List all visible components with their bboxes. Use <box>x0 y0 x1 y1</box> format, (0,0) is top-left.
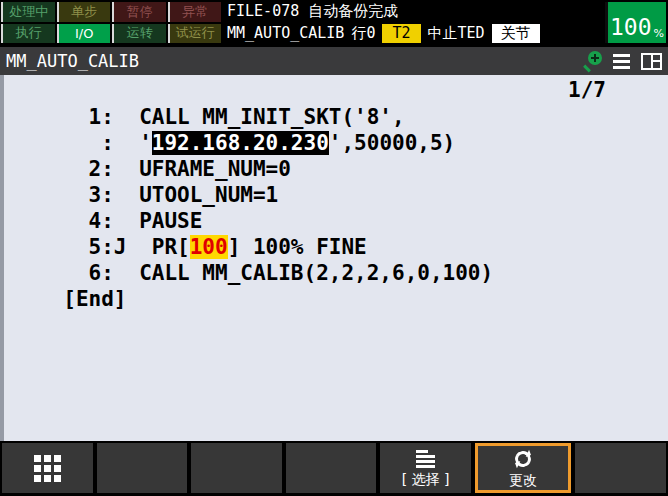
program-status-line: MM_AUTO_CALIB 行0 T2 中止TED 关节 <box>227 22 540 44</box>
softkey-change-label: 更改 <box>509 472 537 488</box>
program-editor: 1/7 1: CALL MM_INIT_SKT('8', : '192.168.… <box>0 75 668 441</box>
highlighted-register-value: 100 <box>190 235 228 259</box>
selected-text: 192.168.20.230 <box>152 131 329 155</box>
softkey-select[interactable]: [ 选择 ] <box>380 443 471 493</box>
program-line[interactable]: 2: UFRAME_NUM=0 <box>38 156 668 182</box>
code-text: ] 100% FINE <box>228 235 367 259</box>
menu-icon[interactable] <box>613 54 630 69</box>
led-run: 执行 <box>1 24 55 44</box>
percent-sign: % <box>654 28 664 39</box>
program-line[interactable]: 4: PAUSE <box>38 208 668 234</box>
led-prod: 运转 <box>112 24 166 44</box>
code-text: 1: CALL MM_INIT_SKT('8', <box>38 105 405 129</box>
status-messages: FILE-078 自动备份完成 MM_AUTO_CALIB 行0 T2 中止TE… <box>227 1 540 44</box>
program-code: 1: CALL MM_INIT_SKT('8', : '192.168.20.2… <box>38 104 668 312</box>
softkey-f6[interactable] <box>575 443 666 493</box>
code-text: 2: UFRAME_NUM=0 <box>38 157 291 181</box>
program-line[interactable]: 6: CALL MM_CALIB(2,2,2,6,0,100) <box>38 260 668 286</box>
abort-status: 中止TED <box>428 24 485 43</box>
speed-value: 100 <box>610 16 652 39</box>
led-io: I/O <box>57 24 111 44</box>
coord-system-badge: 关节 <box>492 24 540 43</box>
code-text: ',50000,5) <box>329 131 455 155</box>
sync-refresh-icon <box>513 449 533 469</box>
system-message: FILE-078 自动备份完成 <box>227 1 540 22</box>
code-text: 4: PAUSE <box>38 209 202 233</box>
softkey-menu[interactable] <box>2 443 93 493</box>
program-line[interactable]: 1: CALL MM_INIT_SKT('8', <box>38 104 668 130</box>
program-line[interactable]: 5:J PR[100] 100% FINE <box>38 234 668 260</box>
code-text: [End] <box>38 287 127 311</box>
menu-grid-icon <box>34 455 61 482</box>
softkey-f3[interactable] <box>286 443 377 493</box>
program-line-number: 行0 <box>351 24 375 43</box>
title-bar-icons <box>582 51 662 71</box>
status-bar: 处理中 单步 暂停 异常 执行 I/O 运转 试运行 FILE-078 自动备份… <box>0 0 668 45</box>
led-processing: 处理中 <box>1 2 55 22</box>
softkey-change[interactable]: 更改 <box>475 443 572 493</box>
code-text: : ' <box>38 131 152 155</box>
code-text: 5:J PR[ <box>38 235 190 259</box>
program-line-end[interactable]: [End] <box>38 286 668 312</box>
zoom-in-icon[interactable] <box>582 51 602 71</box>
page-title: MM_AUTO_CALIB <box>6 51 139 71</box>
code-text: 3: UTOOL_NUM=1 <box>38 183 278 207</box>
status-led-grid: 处理中 单步 暂停 异常 执行 I/O 运转 试运行 <box>1 2 221 43</box>
led-single-step: 单步 <box>57 2 111 22</box>
softkey-f1[interactable] <box>97 443 188 493</box>
softkey-f2[interactable] <box>191 443 282 493</box>
code-text: 6: CALL MM_CALIB(2,2,2,6,0,100) <box>38 261 493 285</box>
mode-badge: T2 <box>382 24 420 43</box>
list-icon <box>416 450 435 468</box>
program-name: MM_AUTO_CALIB <box>227 24 344 42</box>
softkey-bar: [ 选择 ] 更改 <box>0 441 668 496</box>
led-hold: 暂停 <box>112 2 166 22</box>
program-line[interactable]: 3: UTOOL_NUM=1 <box>38 182 668 208</box>
program-line[interactable]: : '192.168.20.230',50000,5) <box>38 130 668 156</box>
led-test-cycle: 试运行 <box>168 24 222 44</box>
line-position-indicator: 1/7 <box>568 78 606 102</box>
speed-override-display: 100 % <box>605 2 666 43</box>
led-fault: 异常 <box>168 2 222 22</box>
softkey-select-label: [ 选择 ] <box>402 471 450 487</box>
title-bar: MM_AUTO_CALIB <box>0 45 668 75</box>
teach-pendant-screen: 处理中 单步 暂停 异常 执行 I/O 运转 试运行 FILE-078 自动备份… <box>0 0 668 496</box>
split-window-icon[interactable] <box>641 53 662 70</box>
